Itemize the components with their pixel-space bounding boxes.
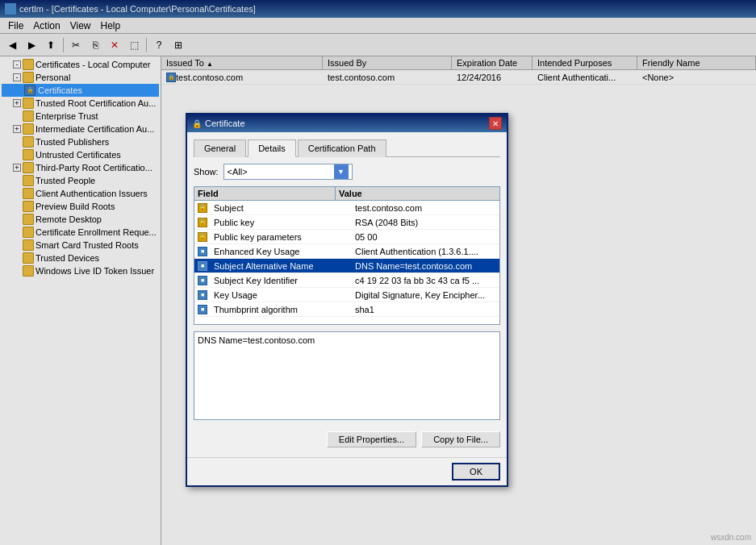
field-row-subject-alt[interactable]: ■ Subject Alternative Name DNS Name=test… (194, 259, 499, 273)
fields-table-header: Field Value (194, 186, 500, 200)
field-value-thumbprint: sha1 (352, 305, 499, 314)
field-value-enhanced-key: Client Authentication (1.3.6.1.... (352, 247, 499, 256)
field-row-subject[interactable]: 🔒 Subject test.contoso.com (194, 201, 499, 215)
modal-overlay: 🔒 Certificate ✕ General Details Certific… (0, 0, 756, 545)
cert-dialog: 🔒 Certificate ✕ General Details Certific… (186, 113, 508, 487)
watermark: wsxdn.com (711, 533, 751, 542)
field-icon-enhanced-key: ■ (194, 247, 211, 256)
show-label: Show: (194, 167, 219, 177)
cert-icon-thumbprint: ■ (198, 305, 207, 314)
field-value-key-usage: Digital Signature, Key Encipher... (352, 290, 499, 300)
cert-icon-subject-key-id: ■ (198, 276, 207, 285)
copy-to-file-button[interactable]: Copy to File... (421, 431, 500, 447)
field-name-enhanced-key: Enhanced Key Usage (211, 247, 352, 256)
lock-icon-subject: 🔒 (198, 203, 207, 213)
field-row-public-key-params[interactable]: 🔒 Public key parameters 05 00 (194, 230, 499, 244)
field-name-subject-alt: Subject Alternative Name (211, 261, 352, 271)
field-name-key-usage: Key Usage (211, 290, 352, 300)
dialog-close-button[interactable]: ✕ (489, 117, 502, 130)
field-value-public-key-params: 05 00 (352, 232, 499, 242)
show-dropdown[interactable]: <All> ▼ (223, 164, 353, 180)
tab-bar: General Details Certification Path (194, 139, 500, 157)
field-value-subject: test.contoso.com (352, 203, 499, 213)
field-icon-public-key: 🔒 (194, 218, 211, 227)
field-name-subject-key-id: Subject Key Identifier (211, 276, 352, 285)
cert-icon-key-usage: ■ (198, 290, 207, 300)
field-value-subject-alt: DNS Name=test.contoso.com (352, 261, 499, 271)
fields-table: 🔒 Subject test.contoso.com 🔒 Public key … (194, 200, 500, 325)
field-value-subject-key-id: c4 19 22 03 fa bb 3c 43 ca f5 ... (352, 276, 499, 285)
tab-general[interactable]: General (194, 139, 246, 157)
field-row-key-usage[interactable]: ■ Key Usage Digital Signature, Key Encip… (194, 288, 499, 302)
ok-button[interactable]: OK (452, 463, 500, 481)
header-scrollbar-spacer (490, 187, 499, 200)
field-row-public-key[interactable]: 🔒 Public key RSA (2048 Bits) (194, 215, 499, 230)
lock-icon-public-key: 🔒 (198, 218, 207, 227)
field-icon-public-key-params: 🔒 (194, 232, 211, 242)
dropdown-arrow-icon[interactable]: ▼ (334, 164, 349, 179)
dialog-icon: 🔒 (192, 119, 202, 128)
field-name-thumbprint: Thumbprint algorithm (211, 305, 352, 314)
lock-icon-public-key-params: 🔒 (198, 232, 207, 242)
dialog-content: General Details Certification Path Show:… (187, 132, 507, 457)
field-icon-key-usage: ■ (194, 290, 211, 300)
dialog-action-buttons: Edit Properties... Copy to File... (194, 428, 500, 451)
field-icon-subject-key-id: ■ (194, 276, 211, 285)
field-icon-thumbprint: ■ (194, 305, 211, 314)
value-area: DNS Name=test.contoso.com (194, 331, 500, 420)
field-row-enhanced-key[interactable]: ■ Enhanced Key Usage Client Authenticati… (194, 244, 499, 259)
cert-icon-enhanced-key: ■ (198, 247, 207, 256)
dialog-title: Certificate (205, 119, 245, 128)
field-name-public-key-params: Public key parameters (211, 232, 352, 242)
fields-col-field: Field (194, 187, 336, 200)
tab-details[interactable]: Details (248, 139, 296, 157)
field-row-thumbprint[interactable]: ■ Thumbprint algorithm sha1 (194, 302, 499, 317)
show-row: Show: <All> ▼ (194, 164, 500, 180)
field-icon-subject-alt: ■ (194, 261, 211, 271)
value-text: DNS Name=test.contoso.com (198, 335, 315, 345)
field-name-subject: Subject (211, 203, 352, 213)
dialog-ok-row: OK (187, 457, 507, 485)
field-value-public-key: RSA (2048 Bits) (352, 218, 499, 227)
dialog-title-bar: 🔒 Certificate ✕ (187, 114, 507, 132)
field-icon-subject: 🔒 (194, 203, 211, 213)
tab-certification-path[interactable]: Certification Path (298, 139, 386, 157)
field-name-public-key: Public key (211, 218, 352, 227)
show-dropdown-value: <All> (228, 167, 334, 177)
field-row-subject-key-id[interactable]: ■ Subject Key Identifier c4 19 22 03 fa … (194, 273, 499, 288)
cert-icon-subject-alt: ■ (198, 261, 207, 271)
edit-properties-button[interactable]: Edit Properties... (327, 431, 416, 447)
fields-col-value: Value (336, 187, 490, 200)
